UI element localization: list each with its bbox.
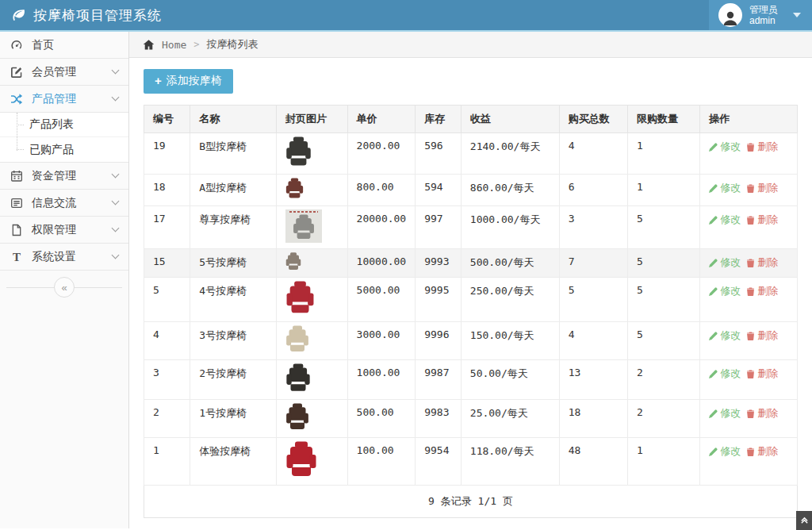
pencil-icon xyxy=(709,184,718,193)
cell-cover-image xyxy=(277,278,348,322)
cell-bought: 7 xyxy=(559,249,627,278)
chair-thumbnail xyxy=(285,441,317,479)
cell-limit: 1 xyxy=(627,175,699,206)
chair-thumbnail xyxy=(285,363,311,394)
collapse-sidebar-button[interactable]: « xyxy=(54,277,75,298)
sidebar-item-messages[interactable]: 信息交流 xyxy=(0,190,128,217)
chair-thumbnail xyxy=(285,325,309,354)
leaf-icon xyxy=(11,8,26,23)
column-header: 购买总数 xyxy=(559,106,627,133)
cell-stock: 596 xyxy=(416,133,462,175)
cell-id: 15 xyxy=(144,249,190,278)
chair-thumbnail xyxy=(285,209,322,243)
chevron-down-icon xyxy=(112,225,120,232)
delete-link[interactable]: 删除 xyxy=(746,367,778,381)
table-row: 2 1号按摩椅 500.00 9983 25.00/每天 18 2 修改 xyxy=(144,400,798,438)
sidebar-item-label: 系统设置 xyxy=(32,250,76,264)
record-count: 9 条记录 1/1 页 xyxy=(144,486,798,518)
edit-link[interactable]: 修改 xyxy=(709,213,741,227)
sidebar-item-members[interactable]: 会员管理 xyxy=(0,59,128,86)
sidebar-item-purchased-products[interactable]: 已购产品 xyxy=(0,137,128,162)
cell-stock: 9954 xyxy=(416,438,462,486)
cell-actions: 修改 删除 xyxy=(700,360,798,400)
cell-profit: 250.00/每天 xyxy=(461,278,559,322)
cell-actions: 修改 删除 xyxy=(700,133,798,175)
trash-icon xyxy=(746,287,755,296)
main-area: Home > 按摩椅列表 + 添加按摩椅 编号名称封页图片单价库存收益购买总数限… xyxy=(129,32,812,528)
cell-price: 1000.00 xyxy=(347,360,416,400)
edit-link[interactable]: 修改 xyxy=(709,140,741,154)
cell-id: 18 xyxy=(144,175,190,206)
edit-link[interactable]: 修改 xyxy=(709,444,741,459)
cell-profit: 150.00/每天 xyxy=(461,322,559,360)
sidebar-item-permissions[interactable]: 权限管理 xyxy=(0,217,128,244)
delete-link[interactable]: 删除 xyxy=(746,181,778,195)
edit-link[interactable]: 修改 xyxy=(709,406,741,421)
sidebar-item-product-list[interactable]: 产品列表 xyxy=(0,113,128,137)
delete-link[interactable]: 删除 xyxy=(746,328,778,343)
caret-down-icon xyxy=(793,13,801,17)
column-header: 限购数量 xyxy=(627,106,699,133)
sidebar-item-settings[interactable]: T 系统设置 xyxy=(0,244,128,271)
delete-link[interactable]: 删除 xyxy=(746,213,778,227)
add-chair-button[interactable]: + 添加按摩椅 xyxy=(144,69,233,94)
calendar-icon xyxy=(10,170,23,182)
cell-profit: 25.00/每天 xyxy=(461,400,559,438)
cell-stock: 9993 xyxy=(416,249,462,278)
pencil-icon xyxy=(709,370,718,378)
user-name: admin xyxy=(749,15,778,26)
edit-link[interactable]: 修改 xyxy=(709,328,741,343)
sidebar-item-funds[interactable]: 资金管理 xyxy=(0,163,128,190)
trash-icon xyxy=(746,447,755,456)
avatar xyxy=(718,3,742,27)
trash-icon xyxy=(746,409,755,418)
submenu-item-label: 产品列表 xyxy=(29,117,74,132)
cell-limit: 1 xyxy=(627,133,699,175)
cell-actions: 修改 删除 xyxy=(700,322,798,360)
cell-actions: 修改 删除 xyxy=(700,175,798,206)
sidebar-item-label: 产品管理 xyxy=(32,92,76,106)
chevron-down-icon xyxy=(112,198,120,205)
edit-link[interactable]: 修改 xyxy=(709,367,741,381)
delete-link[interactable]: 删除 xyxy=(746,284,778,298)
chevron-down-icon xyxy=(112,252,120,259)
cell-name: 3号按摩椅 xyxy=(190,322,277,360)
column-header: 单价 xyxy=(347,106,416,133)
cell-actions: 修改 删除 xyxy=(700,249,798,278)
edit-link[interactable]: 修改 xyxy=(709,181,741,195)
cell-bought: 18 xyxy=(559,400,627,438)
cell-limit: 2 xyxy=(627,360,699,400)
edit-link[interactable]: 修改 xyxy=(709,284,741,298)
cell-limit: 1 xyxy=(627,438,699,486)
user-dropdown[interactable]: 管理员 admin xyxy=(709,0,812,30)
delete-link[interactable]: 删除 xyxy=(746,140,778,154)
sidebar-collapse-row: « xyxy=(0,274,128,302)
sidebar-item-home[interactable]: 首页 xyxy=(0,32,128,59)
cell-name: 尊享按摩椅 xyxy=(190,206,277,249)
add-chair-button-label: 添加按摩椅 xyxy=(167,74,222,88)
table-row: 5 4号按摩椅 5000.00 9995 250.00/每天 5 5 修改 xyxy=(144,278,798,322)
cell-price: 100.00 xyxy=(347,438,416,486)
pencil-icon xyxy=(709,259,718,267)
cell-stock: 9983 xyxy=(416,400,462,438)
pencil-icon xyxy=(709,287,718,296)
cell-stock: 9995 xyxy=(416,278,462,322)
table-row: 3 2号按摩椅 1000.00 9987 50.00/每天 13 2 修改 xyxy=(144,360,798,400)
cell-cover-image xyxy=(277,175,348,206)
cell-id: 4 xyxy=(144,322,190,360)
cell-price: 5000.00 xyxy=(347,278,416,322)
cell-actions: 修改 删除 xyxy=(700,400,798,438)
cell-price: 3000.00 xyxy=(347,322,416,360)
delete-link[interactable]: 删除 xyxy=(746,406,778,421)
top-header: 按摩椅项目管理系统 管理员 admin xyxy=(0,0,812,32)
delete-link[interactable]: 删除 xyxy=(746,255,778,270)
pencil-icon xyxy=(709,143,718,152)
edit-link[interactable]: 修改 xyxy=(709,255,741,270)
sidebar-item-products[interactable]: 产品管理 xyxy=(0,86,128,113)
cell-cover-image xyxy=(277,322,348,360)
chair-thumbnail xyxy=(285,136,312,168)
user-role: 管理员 xyxy=(749,4,778,15)
delete-link[interactable]: 删除 xyxy=(746,444,778,459)
back-to-top-button[interactable] xyxy=(796,511,812,530)
breadcrumb-home-link[interactable]: Home xyxy=(162,39,186,51)
